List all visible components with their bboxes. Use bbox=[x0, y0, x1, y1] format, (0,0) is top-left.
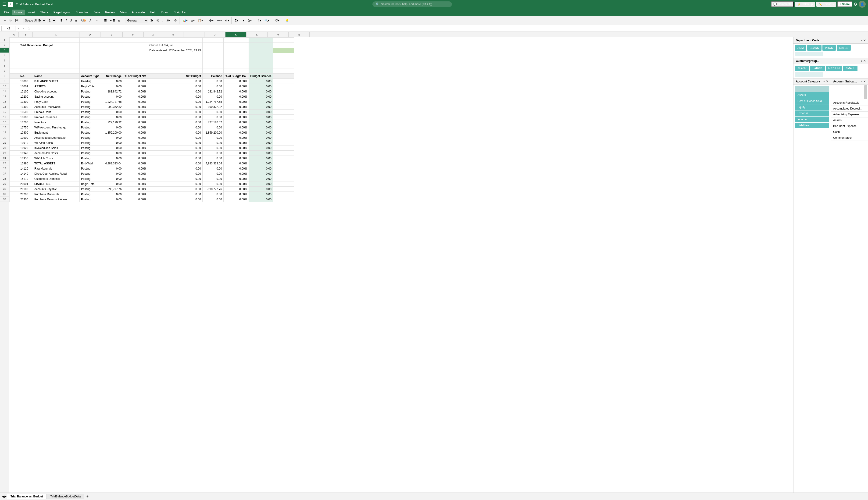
hamburger-menu[interactable]: ☰ bbox=[2, 2, 6, 7]
col-header-N[interactable]: N bbox=[289, 32, 309, 37]
bold-button[interactable]: B bbox=[59, 18, 64, 23]
col-header-name[interactable]: Name bbox=[33, 73, 80, 79]
col-header-D[interactable]: D bbox=[79, 32, 100, 37]
cell-H1[interactable] bbox=[202, 37, 223, 43]
comments-button[interactable]: 💬 Comments bbox=[771, 1, 794, 7]
cell-B1[interactable] bbox=[19, 37, 33, 43]
underline-button[interactable]: U bbox=[68, 18, 74, 23]
cell-G3[interactable]: Data retrieved: 17 December 2024, 23:25 bbox=[148, 48, 203, 53]
subcat-item-cs[interactable]: Common Stock bbox=[831, 135, 868, 141]
sensitivity-button[interactable]: 🛡▾ bbox=[274, 18, 281, 23]
menu-file[interactable]: File bbox=[2, 10, 11, 15]
find-select-button[interactable]: 🔍▾ bbox=[263, 18, 271, 23]
settings-icon[interactable]: ⚙ bbox=[854, 2, 857, 7]
col-header-E[interactable]: E bbox=[100, 32, 123, 37]
format-table-button[interactable]: ⊞▾ bbox=[190, 18, 196, 23]
cell-I1[interactable] bbox=[223, 37, 249, 43]
cell-B3[interactable] bbox=[19, 48, 33, 53]
prev-sheet-icon[interactable]: ◀ bbox=[2, 495, 4, 498]
fill-color-button[interactable]: A🎨 bbox=[79, 18, 88, 23]
menu-formulas[interactable]: Formulas bbox=[74, 10, 91, 15]
col-header-G[interactable]: G bbox=[144, 32, 162, 37]
subcat-item-bde[interactable]: Bad Debt Expense bbox=[831, 123, 868, 129]
cell-G2[interactable]: CRONUS USA, Inc. bbox=[148, 43, 203, 48]
currency-button[interactable]: $▾ bbox=[149, 18, 155, 23]
col-header-no[interactable]: No. bbox=[19, 73, 33, 79]
cell-E3[interactable] bbox=[101, 48, 123, 53]
decrease-decimal-button[interactable]: .0- bbox=[172, 18, 178, 23]
subcat-item-ad[interactable]: Accumulated Depreci... bbox=[831, 106, 868, 112]
ac-chip-liabilities[interactable]: Liabilities bbox=[795, 123, 829, 128]
cg-chip-blank[interactable]: BLANK bbox=[795, 66, 809, 71]
percent-button[interactable]: % bbox=[155, 18, 160, 23]
col-header-pct-budget[interactable]: % of Budget Net bbox=[123, 73, 148, 79]
search-input[interactable] bbox=[381, 2, 442, 6]
autosum-button[interactable]: Σ▾ bbox=[234, 18, 239, 23]
cell-J1[interactable] bbox=[249, 37, 273, 43]
menu-share[interactable]: Share bbox=[38, 10, 51, 15]
col-header-K[interactable]: K bbox=[225, 32, 247, 37]
conditional-format-button[interactable]: 📊▾ bbox=[181, 18, 189, 23]
insert-cells-button[interactable]: ➕▾ bbox=[207, 18, 215, 23]
sort-filter-button[interactable]: ⇅▾ bbox=[256, 18, 263, 23]
ac-chip-income[interactable]: Income bbox=[795, 116, 829, 122]
filter-icon[interactable]: ≡ bbox=[861, 39, 863, 42]
next-sheet-icon[interactable]: ▶ bbox=[4, 495, 7, 498]
menu-script-lab[interactable]: Script Lab bbox=[171, 10, 190, 15]
cell-G1[interactable] bbox=[148, 37, 203, 43]
cell-K2[interactable] bbox=[273, 43, 294, 48]
subcat-item-assets[interactable]: Assets bbox=[831, 117, 868, 123]
close-icon[interactable]: ✕ bbox=[863, 80, 866, 83]
save-button[interactable]: 💾 bbox=[13, 18, 20, 23]
cell-D3[interactable] bbox=[80, 48, 101, 53]
col-header-F[interactable]: F bbox=[123, 32, 144, 37]
fill-button[interactable]: ↓▾ bbox=[240, 18, 246, 23]
ac-chip-assets[interactable]: Assets bbox=[795, 92, 829, 98]
filter-icon[interactable]: ≡ bbox=[823, 80, 825, 83]
undo-button[interactable]: ↩ bbox=[2, 18, 8, 23]
cell-F3[interactable] bbox=[123, 48, 148, 53]
ac-chip-empty[interactable] bbox=[795, 86, 829, 92]
menu-page-layout[interactable]: Page Layout bbox=[51, 10, 73, 15]
cell-C1[interactable] bbox=[33, 37, 80, 43]
cell-styles-button[interactable]: 📋▾ bbox=[196, 18, 204, 23]
menu-draw[interactable]: Draw bbox=[159, 10, 171, 15]
ideas-button[interactable]: 💡 bbox=[284, 18, 290, 23]
dept-chip-blank[interactable]: BLANK bbox=[807, 45, 822, 51]
cg-chip-small[interactable]: SMALL bbox=[843, 66, 857, 71]
cell-I2[interactable] bbox=[223, 43, 249, 48]
col-header-H[interactable]: H bbox=[162, 32, 183, 37]
subcat-item-cash[interactable]: Cash bbox=[831, 129, 868, 135]
col-header-A[interactable]: A bbox=[9, 32, 19, 37]
close-icon[interactable]: ✕ bbox=[863, 59, 866, 62]
cell-A3[interactable] bbox=[10, 48, 19, 53]
subcat-item-ae[interactable]: Advertising Expense bbox=[831, 112, 868, 117]
col-header-net-budget[interactable]: Net Budget bbox=[148, 73, 203, 79]
dept-chip-adm[interactable]: ADM bbox=[795, 45, 806, 51]
cell-F1[interactable] bbox=[123, 37, 148, 43]
catch-up-button[interactable]: ⚡ Catch up bbox=[795, 2, 815, 7]
col-header-C[interactable]: C bbox=[33, 32, 79, 37]
delete-cells-button[interactable]: ➖▾ bbox=[215, 18, 223, 23]
sheet-tab-1[interactable]: Trial Balance vs. Budget bbox=[7, 494, 46, 499]
cell-H2[interactable] bbox=[202, 43, 223, 48]
cell-A1[interactable] bbox=[10, 37, 19, 43]
close-icon[interactable]: ✕ bbox=[826, 80, 828, 83]
col-header-B[interactable]: B bbox=[19, 32, 33, 37]
cell-E1[interactable] bbox=[101, 37, 123, 43]
menu-insert[interactable]: Insert bbox=[25, 10, 38, 15]
more-button[interactable]: ··· bbox=[94, 18, 100, 23]
col-header-pct-bal[interactable]: % of Budget Bal. bbox=[223, 73, 249, 79]
font-size-select[interactable]: 11 bbox=[47, 18, 56, 23]
cell-H3[interactable] bbox=[202, 48, 223, 53]
number-format-select[interactable]: General bbox=[125, 18, 148, 23]
cell-E2[interactable] bbox=[101, 43, 123, 48]
cell-reference-input[interactable] bbox=[1, 26, 15, 31]
increase-decimal-button[interactable]: .0+ bbox=[165, 18, 172, 23]
share-button[interactable]: ↑ Share bbox=[837, 1, 852, 7]
scrollbar-thumb[interactable] bbox=[864, 85, 867, 99]
formula-input[interactable] bbox=[32, 27, 867, 30]
cg-chip-large[interactable]: LARGE bbox=[810, 66, 825, 71]
cell-I3[interactable] bbox=[223, 48, 249, 53]
subcat-item-ar[interactable]: Accounts Receivable bbox=[831, 100, 868, 106]
